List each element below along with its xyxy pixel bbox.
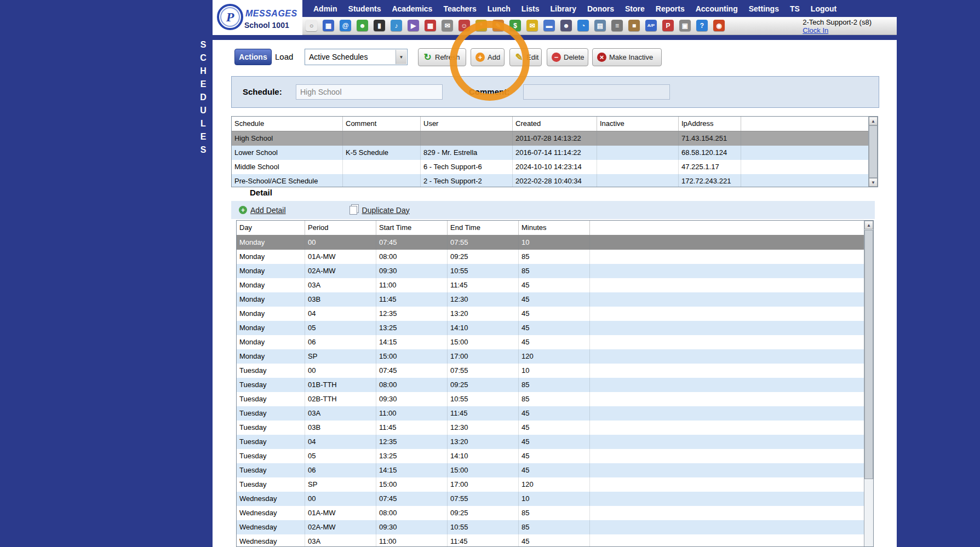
nav-item-store[interactable]: Store — [620, 4, 650, 13]
detail-row[interactable]: TuesdaySP15:0017:00120 — [237, 477, 864, 492]
nav-item-students[interactable]: Students — [343, 4, 387, 13]
schedule-input[interactable] — [296, 84, 443, 100]
mail-send-icon[interactable]: ✉ — [526, 20, 538, 31]
detail-row[interactable]: Wednesday03A11:0011:4545 — [237, 534, 864, 546]
edit-button[interactable]: ✎Edit — [509, 48, 542, 66]
detail-row[interactable]: Monday01A-MW08:0009:2585 — [237, 250, 864, 264]
schedule-filter-select[interactable]: Active Schedules ▼ — [305, 49, 408, 65]
date-icon[interactable]: ▦ — [425, 20, 436, 31]
clock-in-link[interactable]: Clock In — [803, 26, 828, 34]
detail-row[interactable]: Tuesday0412:3513:2045 — [237, 435, 864, 449]
delete-button[interactable]: −Delete — [547, 48, 588, 66]
actions-button[interactable]: Actions — [234, 49, 272, 65]
scrollbar-thumb[interactable] — [864, 230, 873, 479]
cell — [343, 174, 421, 187]
cell: Tuesday — [237, 392, 305, 406]
nav-item-ts[interactable]: TS — [784, 4, 805, 13]
calendar-grid-icon[interactable]: ▦ — [323, 20, 334, 31]
detail-row[interactable]: Tuesday01B-TTH08:0009:2585 — [237, 378, 864, 392]
announcement-icon[interactable]: ♪ — [391, 20, 402, 31]
cell: 07:55 — [448, 364, 519, 378]
refresh-button[interactable]: ↻Refresh — [418, 48, 466, 66]
cell: 08:00 — [376, 250, 448, 264]
chevron-down-icon[interactable]: ▼ — [396, 50, 406, 64]
card-icon[interactable]: ▬ — [543, 20, 555, 31]
alarm-icon[interactable]: ◉ — [713, 20, 725, 31]
payment-icon[interactable]: $ — [509, 20, 521, 31]
cell: 11:45 — [376, 421, 448, 435]
cell: 11:00 — [376, 406, 448, 421]
duplicate-day-link[interactable]: Duplicate Day — [349, 206, 410, 215]
detail-row[interactable]: Wednesday01A-MW08:0009:2585 — [237, 506, 864, 520]
gradebook-icon[interactable]: ▤ — [594, 20, 606, 31]
detail-row[interactable]: Tuesday03B11:4512:3045 — [237, 421, 864, 435]
detail-row[interactable]: MondaySP15:0017:00120 — [237, 349, 864, 364]
detail-row[interactable]: Wednesday0007:4507:5510 — [237, 492, 864, 506]
column-header — [590, 221, 864, 235]
add-button[interactable]: +Add — [471, 48, 505, 66]
scroll-down-icon[interactable]: ▼ — [869, 178, 878, 187]
nav-item-reports[interactable]: Reports — [650, 4, 690, 13]
column-header: User — [421, 117, 513, 131]
detail-row[interactable]: Wednesday02A-MW09:3010:5585 — [237, 520, 864, 534]
detail-row[interactable]: Monday03A11:0011:4545 — [237, 278, 864, 292]
nav-item-academics[interactable]: Academics — [386, 4, 438, 13]
cell: High School — [232, 131, 343, 146]
video-icon[interactable]: ▶ — [408, 20, 419, 31]
nav-item-admin[interactable]: Admin — [308, 4, 343, 13]
nav-item-settings[interactable]: Settings — [743, 4, 784, 13]
scrollbar-thumb[interactable] — [869, 125, 878, 178]
schedule-row[interactable]: High School2011-07-28 14:13:2271.43.154.… — [232, 131, 868, 146]
search-icon[interactable]: ○ — [306, 20, 317, 31]
mobile-icon[interactable]: ▮ — [374, 20, 385, 31]
detail-row[interactable]: Tuesday03A11:0011:4545 — [237, 406, 864, 421]
detail-row[interactable]: Monday03B11:4512:3045 — [237, 292, 864, 307]
logo[interactable]: P MESSAGES School 1001 — [213, 0, 302, 35]
cell: K-5 Schedule — [343, 146, 421, 160]
nav-item-accounting[interactable]: Accounting — [690, 4, 743, 13]
fax-icon[interactable]: ✉ — [442, 20, 453, 31]
detail-row[interactable]: Monday0007:4507:5510 — [237, 235, 864, 250]
help-icon[interactable]: ? — [696, 20, 708, 31]
nav-item-lists[interactable]: Lists — [516, 4, 545, 13]
pdf-icon[interactable]: P — [662, 20, 674, 31]
schedule-row[interactable]: Pre-School/ACE Schedule2 - Tech Support-… — [232, 174, 868, 187]
student-icon[interactable]: ☺ — [459, 20, 470, 31]
detail-row[interactable]: Monday02A-MW09:3010:5585 — [237, 264, 864, 278]
detail-row[interactable]: Monday0614:1515:0045 — [237, 335, 864, 349]
detail-row[interactable]: Monday0412:3513:2045 — [237, 307, 864, 321]
detail-row[interactable]: Tuesday0513:2514:1045 — [237, 449, 864, 463]
scroll-up-icon[interactable]: ▲ — [864, 221, 873, 229]
cell: Monday — [237, 264, 305, 278]
add-detail-link[interactable]: + Add Detail — [239, 206, 286, 215]
schedule-row[interactable]: Lower SchoolK-5 Schedule829 - Mr. Estrel… — [232, 146, 868, 160]
email-icon[interactable]: @ — [340, 20, 351, 31]
delete-icon: − — [552, 53, 561, 62]
make-inactive-button[interactable]: ×Make Inactive — [592, 48, 662, 66]
chat-icon[interactable]: ☻ — [357, 20, 368, 31]
scroll-up-icon[interactable]: ▲ — [869, 117, 878, 125]
detail-row[interactable]: Monday0513:2514:1045 — [237, 321, 864, 335]
comment-input[interactable] — [523, 84, 670, 100]
ap-icon[interactable]: A/P — [645, 20, 657, 31]
people-icon[interactable]: ☻ — [560, 20, 572, 31]
key-icon[interactable]: * — [475, 20, 487, 31]
schedule-row[interactable]: Middle School6 - Tech Support-62024-10-1… — [232, 160, 868, 174]
cell: 07:45 — [376, 235, 448, 250]
clock-icon[interactable]: ◔ — [577, 20, 589, 31]
cell: 47.225.1.17 — [679, 160, 741, 174]
nav-item-donors[interactable]: Donors — [582, 4, 620, 13]
nav-item-logout[interactable]: Logout — [805, 4, 842, 13]
button-label: Make Inactive — [609, 53, 653, 61]
edit-tool-icon[interactable]: ✎ — [492, 20, 504, 31]
keyboard-icon[interactable]: ≡ — [611, 20, 623, 31]
cell: 03A — [305, 406, 376, 421]
detail-row[interactable]: Tuesday0007:4507:5510 — [237, 364, 864, 378]
detail-row[interactable]: Tuesday0614:1515:0045 — [237, 463, 864, 477]
detail-row[interactable]: Tuesday02B-TTH09:3010:5585 — [237, 392, 864, 406]
nav-item-teachers[interactable]: Teachers — [438, 4, 482, 13]
nav-item-library[interactable]: Library — [545, 4, 582, 13]
briefcase-icon[interactable]: ■ — [628, 20, 640, 31]
printer-icon[interactable]: ▣ — [679, 20, 691, 31]
nav-item-lunch[interactable]: Lunch — [482, 4, 516, 13]
